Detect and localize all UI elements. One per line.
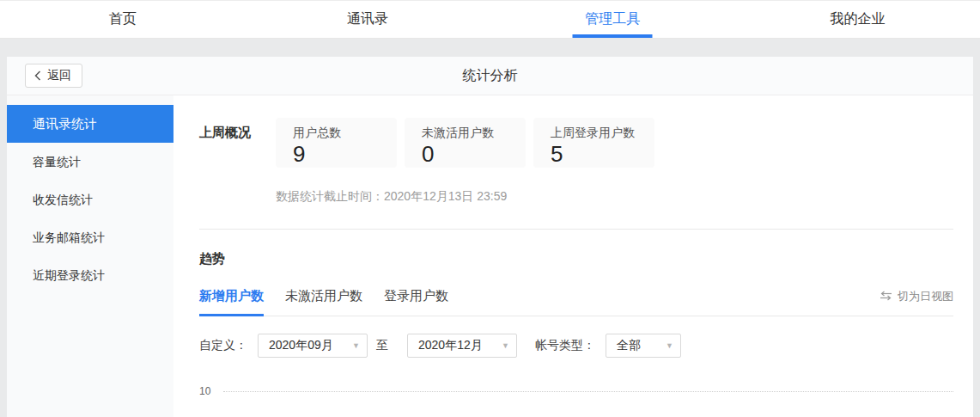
main-content: 上周概况 用户总数 9 未激活用户数 0 上周登录用户数 5: [173, 95, 973, 417]
nav-active-underline: [573, 34, 653, 38]
overview-section-title: 上周概况: [199, 118, 276, 168]
nav-item-my-company[interactable]: 我的企业: [735, 1, 980, 38]
end-month-select[interactable]: 2020年12月 ▼: [407, 334, 517, 358]
end-month-value: 2020年12月: [418, 338, 483, 353]
top-nav: 首页 通讯录 管理工具 我的企业: [0, 0, 980, 39]
chevron-down-icon: ▼: [352, 341, 360, 350]
overview-section: 上周概况 用户总数 9 未激活用户数 0 上周登录用户数 5: [199, 118, 953, 168]
stat-card-label: 用户总数: [293, 126, 397, 141]
sidebar-item-contacts-stats[interactable]: 通讯录统计: [7, 105, 173, 143]
stat-card-value: 9: [293, 142, 397, 167]
trend-tabs-row: 新增用户数 未激活用户数 登录用户数: [199, 288, 953, 316]
back-button[interactable]: 返回: [25, 64, 82, 88]
trend-tabs: 新增用户数 未激活用户数 登录用户数: [199, 288, 470, 316]
stats-panel: 返回 统计分析 通讯录统计 容量统计 收发信统计 业务邮箱统计 近期登录统计 上…: [7, 57, 973, 417]
stat-card-inactive-users: 未激活用户数 0: [405, 118, 526, 168]
stat-card-value: 5: [551, 142, 654, 167]
view-switch-label: 切为日视图: [898, 289, 953, 304]
sidebar: 通讯录统计 容量统计 收发信统计 业务邮箱统计 近期登录统计: [7, 95, 173, 417]
page-title: 统计分析: [7, 67, 973, 85]
stat-cards: 用户总数 9 未激活用户数 0 上周登录用户数 5: [276, 118, 654, 168]
stat-card-value: 0: [422, 142, 526, 167]
sidebar-item-recent-login-stats[interactable]: 近期登录统计: [7, 256, 173, 294]
stat-card-label: 未激活用户数: [422, 126, 526, 141]
back-button-label: 返回: [47, 68, 71, 83]
data-cutoff-note: 数据统计截止时间：2020年12月13日 23:59: [276, 189, 953, 205]
nav-item-home[interactable]: 首页: [0, 1, 245, 38]
nav-item-contacts[interactable]: 通讯录: [245, 1, 490, 38]
account-type-label: 帐号类型：: [535, 338, 595, 353]
range-to-label: 至: [376, 338, 388, 353]
tab-inactive-users[interactable]: 未激活用户数: [285, 288, 362, 316]
trend-filter-row: 自定义： 2020年09月 ▼ 至 2020年12月 ▼ 帐号类型： 全部 ▼: [199, 334, 953, 358]
nav-item-admin-tools[interactable]: 管理工具: [490, 1, 735, 38]
swap-arrows-icon: [880, 291, 892, 304]
sidebar-item-mail-sendreceive-stats[interactable]: 收发信统计: [7, 181, 173, 218]
nav-item-label: 通讯录: [347, 10, 388, 28]
stat-card-lastweek-login-users: 上周登录用户数 5: [533, 118, 654, 168]
switch-to-day-view-button[interactable]: 切为日视图: [880, 289, 953, 316]
stat-card-label: 上周登录用户数: [551, 126, 654, 141]
nav-item-label: 管理工具: [585, 10, 640, 28]
chart-gridline: [223, 391, 953, 392]
account-type-value: 全部: [617, 338, 641, 353]
section-divider: [199, 229, 953, 230]
start-month-select[interactable]: 2020年09月 ▼: [258, 334, 368, 358]
trend-section-title: 趋势: [199, 251, 953, 267]
custom-range-label: 自定义：: [199, 338, 247, 353]
start-month-value: 2020年09月: [269, 338, 333, 353]
panel-body: 通讯录统计 容量统计 收发信统计 业务邮箱统计 近期登录统计 上周概况 用户总数…: [7, 95, 973, 417]
chevron-down-icon: ▼: [502, 341, 509, 350]
nav-item-label: 我的企业: [830, 10, 885, 28]
panel-header: 返回 统计分析: [7, 57, 973, 95]
stat-card-total-users: 用户总数 9: [276, 118, 397, 168]
y-axis-tick: 10: [199, 385, 210, 397]
tab-login-users[interactable]: 登录用户数: [384, 288, 448, 316]
sidebar-item-capacity-stats[interactable]: 容量统计: [7, 143, 173, 181]
account-type-select[interactable]: 全部 ▼: [606, 334, 681, 358]
chevron-left-icon: [34, 71, 41, 81]
nav-item-label: 首页: [109, 10, 137, 28]
chevron-down-icon: ▼: [666, 341, 673, 350]
tab-new-users[interactable]: 新增用户数: [199, 288, 264, 316]
sidebar-item-business-mailbox-stats[interactable]: 业务邮箱统计: [7, 218, 173, 256]
trend-chart: 10: [199, 385, 953, 397]
